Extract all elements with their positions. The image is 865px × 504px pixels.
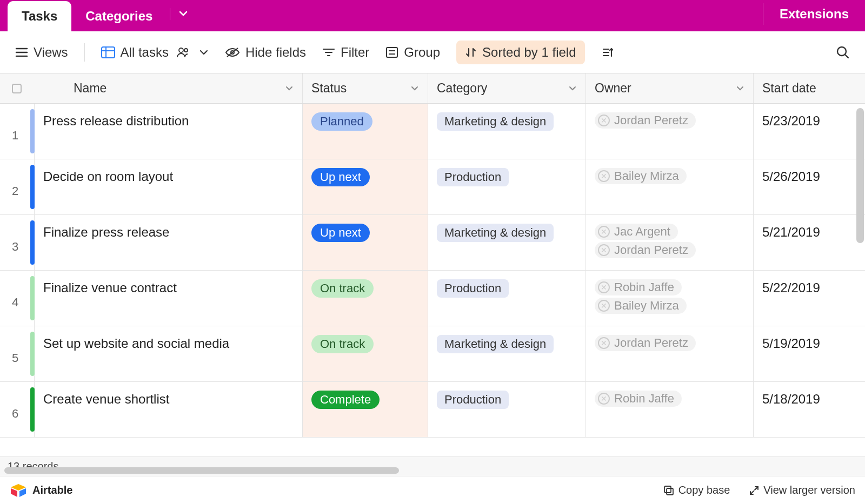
- select-all-checkbox[interactable]: [12, 84, 22, 93]
- cell-owner[interactable]: ✕Jac Argent✕Jordan Peretz: [586, 215, 754, 270]
- cell-status[interactable]: Complete: [303, 382, 428, 437]
- view-larger-button[interactable]: View larger version: [749, 484, 855, 496]
- owner-chip[interactable]: ✕Jac Argent: [595, 224, 678, 240]
- row-color-bar: [30, 159, 35, 214]
- remove-icon[interactable]: ✕: [598, 300, 610, 312]
- group-button[interactable]: Group: [385, 45, 440, 60]
- remove-icon[interactable]: ✕: [598, 244, 610, 256]
- cell-owner[interactable]: ✕Jordan Peretz: [586, 326, 754, 381]
- cell-category[interactable]: Marketing & design: [428, 104, 586, 159]
- cell-name[interactable]: Decide on room layout: [35, 159, 303, 214]
- owner-chip[interactable]: ✕Bailey Mirza: [595, 298, 687, 314]
- cell-category[interactable]: Production: [428, 271, 586, 326]
- owner-chip[interactable]: ✕Robin Jaffe: [595, 391, 682, 407]
- category-pill: Marketing & design: [437, 224, 554, 242]
- status-pill: Planned: [311, 112, 372, 131]
- remove-icon[interactable]: ✕: [598, 170, 610, 182]
- horizontal-scrollbar[interactable]: [4, 467, 399, 474]
- owner-chip[interactable]: ✕Robin Jaffe: [595, 279, 682, 295]
- cell-name[interactable]: Press release distribution: [35, 104, 303, 159]
- remove-icon[interactable]: ✕: [598, 393, 610, 405]
- tab-caret-icon[interactable]: [174, 8, 196, 23]
- cell-status[interactable]: Planned: [303, 104, 428, 159]
- filter-button[interactable]: Filter: [322, 45, 369, 60]
- cell-start-date[interactable]: 5/22/2019: [754, 271, 865, 326]
- table-row[interactable]: 5Set up website and social mediaOn track…: [0, 326, 865, 382]
- cell-name[interactable]: Finalize venue contract: [35, 271, 303, 326]
- category-pill: Production: [437, 168, 509, 186]
- cell-category[interactable]: Marketing & design: [428, 326, 586, 381]
- table-row[interactable]: 2Decide on room layoutUp nextProduction✕…: [0, 159, 865, 215]
- toolbar-separator: [84, 43, 85, 62]
- row-number: 1: [0, 104, 30, 159]
- svg-rect-0: [102, 47, 115, 58]
- column-header-name[interactable]: Name: [0, 73, 303, 103]
- table-row[interactable]: 3Finalize press releaseUp nextMarketing …: [0, 215, 865, 271]
- cell-status[interactable]: Up next: [303, 159, 428, 214]
- chevron-down-icon[interactable]: [285, 84, 294, 93]
- extensions-button[interactable]: Extensions: [763, 3, 865, 25]
- owner-name: Jac Argent: [614, 225, 670, 239]
- cell-start-date[interactable]: 5/19/2019: [754, 326, 865, 381]
- table-row[interactable]: 4Finalize venue contractOn trackProducti…: [0, 271, 865, 326]
- copy-base-button[interactable]: Copy base: [663, 484, 730, 496]
- hide-fields-button[interactable]: Hide fields: [225, 45, 306, 60]
- cell-start-date[interactable]: 5/23/2019: [754, 104, 865, 159]
- column-header-owner[interactable]: Owner: [586, 73, 754, 103]
- column-header-start-date[interactable]: Start date: [754, 73, 865, 103]
- cell-owner[interactable]: ✕Robin Jaffe✕Bailey Mirza: [586, 271, 754, 326]
- cell-start-date[interactable]: 5/18/2019: [754, 382, 865, 437]
- chevron-down-icon[interactable]: [736, 84, 744, 93]
- column-header-category[interactable]: Category: [428, 73, 586, 103]
- cell-category[interactable]: Marketing & design: [428, 215, 586, 270]
- category-pill: Production: [437, 391, 509, 409]
- cell-status[interactable]: On track: [303, 326, 428, 381]
- remove-icon[interactable]: ✕: [598, 115, 610, 126]
- vertical-scrollbar[interactable]: [856, 108, 864, 243]
- svg-point-2: [184, 49, 188, 52]
- remove-icon[interactable]: ✕: [598, 226, 610, 238]
- views-button[interactable]: Views: [15, 45, 68, 60]
- cell-owner[interactable]: ✕Bailey Mirza: [586, 159, 754, 214]
- views-label: Views: [34, 45, 68, 60]
- grid-icon: [101, 46, 115, 58]
- cell-category[interactable]: Production: [428, 382, 586, 437]
- owner-chip[interactable]: ✕Jordan Peretz: [595, 112, 696, 129]
- owner-chip[interactable]: ✕Jordan Peretz: [595, 335, 696, 351]
- cell-category[interactable]: Production: [428, 159, 586, 214]
- remove-icon[interactable]: ✕: [598, 337, 610, 349]
- row-number: 3: [0, 215, 30, 270]
- cell-name[interactable]: Create venue shortlist: [35, 382, 303, 437]
- cell-status[interactable]: On track: [303, 271, 428, 326]
- column-label: Status: [311, 81, 347, 96]
- row-height-button[interactable]: [601, 46, 613, 58]
- chevron-down-icon: [199, 48, 209, 57]
- chevron-down-icon[interactable]: [568, 84, 577, 93]
- cell-owner[interactable]: ✕Jordan Peretz: [586, 104, 754, 159]
- table-row[interactable]: 6Create venue shortlistCompleteProductio…: [0, 382, 865, 438]
- cell-name[interactable]: Finalize press release: [35, 215, 303, 270]
- svg-point-1: [179, 48, 183, 52]
- owner-chip[interactable]: ✕Bailey Mirza: [595, 168, 687, 184]
- cell-start-date[interactable]: 5/26/2019: [754, 159, 865, 214]
- chevron-down-icon[interactable]: [410, 84, 419, 93]
- owner-name: Bailey Mirza: [614, 169, 679, 183]
- remove-icon[interactable]: ✕: [598, 281, 610, 293]
- sort-icon: [465, 46, 477, 58]
- cell-name[interactable]: Set up website and social media: [35, 326, 303, 381]
- tab-categories[interactable]: Categories: [71, 1, 167, 31]
- svg-rect-7: [664, 486, 671, 493]
- owner-chip[interactable]: ✕Jordan Peretz: [595, 242, 696, 258]
- status-pill: On track: [311, 335, 374, 353]
- owner-name: Robin Jaffe: [614, 280, 674, 294]
- search-button[interactable]: [836, 45, 850, 59]
- cell-start-date[interactable]: 5/21/2019: [754, 215, 865, 270]
- cell-status[interactable]: Up next: [303, 215, 428, 270]
- table-row[interactable]: 1Press release distributionPlannedMarket…: [0, 104, 865, 159]
- sort-button[interactable]: Sorted by 1 field: [456, 41, 584, 64]
- column-header-status[interactable]: Status: [303, 73, 428, 103]
- cell-owner[interactable]: ✕Robin Jaffe: [586, 382, 754, 437]
- tab-tasks[interactable]: Tasks: [8, 1, 71, 31]
- view-all-tasks[interactable]: All tasks: [101, 45, 209, 60]
- owner-name: Jordan Peretz: [614, 336, 688, 350]
